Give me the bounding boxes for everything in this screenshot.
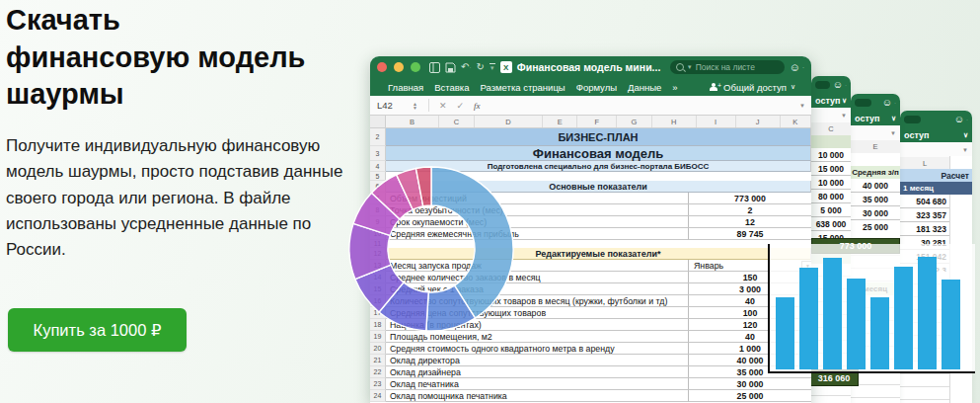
search-pill-fragment: [815, 81, 830, 89]
chevron-down-icon: ∨: [791, 83, 795, 91]
column-header[interactable]: K: [781, 116, 811, 127]
label-cell[interactable]: Оклад директора: [386, 355, 689, 366]
ribbon-tab[interactable]: Вставка: [434, 82, 469, 93]
column-header[interactable]: J: [736, 116, 781, 127]
search-placeholder: Поиск на листе: [696, 62, 755, 72]
sheet-row[interactable]: 22Оклад дизайнера35 000: [370, 366, 811, 378]
select-all-corner[interactable]: [370, 116, 386, 127]
value-cell[interactable]: 40 000: [851, 179, 900, 193]
redo-icon[interactable]: ↻: [476, 62, 484, 72]
dropdown-icon[interactable]: ▼: [962, 147, 968, 153]
value-cell[interactable]: 773 000: [689, 193, 811, 204]
row-header[interactable]: 22: [370, 366, 386, 378]
ribbon-tab[interactable]: Формулы: [576, 82, 617, 93]
divider: [428, 99, 429, 112]
calc-header-cell[interactable]: Расчет: [900, 169, 972, 182]
value-cell[interactable]: 30 000: [689, 378, 811, 390]
value-cell[interactable]: 30 000: [851, 206, 900, 220]
row-header[interactable]: 2: [370, 128, 386, 146]
sheet-row[interactable]: 24Оклад помощника печатника25 000: [370, 390, 811, 402]
label-cell[interactable]: Оклад помощника печатника: [386, 390, 689, 402]
row-header[interactable]: 24: [370, 390, 386, 402]
value-cell[interactable]: 638 000: [811, 217, 851, 231]
formula-dropdown-icon[interactable]: ▼: [799, 103, 805, 109]
value-cell[interactable]: 80 000: [811, 190, 851, 203]
merged-header-cell[interactable]: Финансовая модель: [386, 146, 811, 161]
value-cell[interactable]: 35 000: [851, 193, 900, 206]
value-cell[interactable]: 504 680: [900, 195, 949, 208]
column-header[interactable]: G: [617, 116, 651, 127]
value-cell[interactable]: 25 000: [689, 390, 811, 402]
value-cell[interactable]: 89 745: [689, 228, 811, 240]
insert-function-icon[interactable]: fx: [474, 101, 481, 111]
value-cell[interactable]: 2: [689, 204, 811, 216]
sheet-row[interactable]: 21Оклад директора40 000: [370, 355, 811, 366]
row-header[interactable]: 20: [370, 343, 386, 355]
value-cell[interactable]: 10 000: [811, 176, 851, 190]
column-header[interactable]: I: [697, 116, 736, 127]
sheet-row[interactable]: 20Средняя стоимость одного квадратного м…: [370, 343, 811, 355]
row-header[interactable]: 21: [370, 355, 386, 366]
month-header-cell[interactable]: 1 месяц: [900, 182, 972, 195]
back1-column-header[interactable]: C: [811, 122, 851, 136]
value-cell[interactable]: 15 000: [811, 162, 851, 176]
close-window-icon[interactable]: [377, 62, 387, 72]
zoom-window-icon[interactable]: [411, 62, 420, 72]
feedback-smiley-icon[interactable]: ☺·: [882, 97, 896, 108]
buy-button[interactable]: Купить за 1000 ₽: [8, 308, 187, 352]
column-header[interactable]: C: [439, 116, 474, 127]
sheet-row[interactable]: 23Оклад печатника30 000: [370, 378, 811, 390]
sheet-row[interactable]: 3Финансовая модель: [370, 146, 811, 161]
back1-values[interactable]: 10 00015 00010 00080 0005 000638 00015 0…: [811, 148, 851, 245]
row-header[interactable]: 3: [370, 146, 386, 161]
value-cell[interactable]: 12: [689, 216, 811, 228]
confirm-entry-icon[interactable]: ✓: [457, 101, 465, 111]
minimize-window-icon[interactable]: [394, 62, 404, 72]
value-cell[interactable]: 181 323: [900, 222, 949, 236]
cancel-entry-icon[interactable]: ✕: [439, 101, 447, 111]
feedback-smiley-icon[interactable]: ☺·: [833, 79, 847, 90]
view-switch-icon[interactable]: [429, 62, 440, 73]
bar: [870, 297, 889, 369]
page-description: Получите индивидуальную финансовую модел…: [6, 133, 353, 264]
chevron-down-icon: ∨: [963, 131, 968, 139]
bar: [847, 279, 866, 369]
bar: [942, 280, 960, 369]
back2-column-header[interactable]: E: [851, 140, 900, 154]
feedback-smiley-icon[interactable]: ☺·: [790, 61, 804, 73]
ribbon-tab[interactable]: Главная: [388, 82, 423, 93]
column-headers[interactable]: BCDEFGHIJK: [370, 116, 811, 128]
column-header[interactable]: H: [652, 116, 697, 127]
undo-icon[interactable]: ↶·: [461, 62, 471, 72]
merged-header-cell[interactable]: БИЗНЕС-ПЛАН: [386, 128, 811, 146]
feedback-smiley-icon[interactable]: ☺·: [954, 114, 968, 124]
salary-header-cell[interactable]: Средняя з/п: [851, 166, 900, 180]
sheet-row[interactable]: 2БИЗНЕС-ПЛАН: [370, 128, 811, 146]
column-header[interactable]: F: [577, 116, 617, 127]
name-box-spinner[interactable]: ▲▼: [413, 102, 417, 110]
column-header[interactable]: D: [475, 116, 543, 127]
column-header[interactable]: B: [386, 116, 440, 127]
ribbon-tab[interactable]: Разметка страницы: [480, 82, 565, 93]
name-box[interactable]: L42: [370, 100, 413, 111]
value-cell[interactable]: 10 000: [811, 148, 851, 162]
window-controls[interactable]: [377, 62, 420, 72]
ribbon-collapse-icon[interactable]: ▼: [490, 63, 495, 71]
label-cell[interactable]: Оклад дизайнера: [386, 366, 689, 378]
value-cell[interactable]: 323 357: [900, 208, 949, 222]
back2-values[interactable]: 40 00035 00030 00025 000: [851, 179, 900, 234]
label-cell[interactable]: Средняя стоимость одного квадратного мет…: [386, 343, 689, 355]
label-cell[interactable]: Оклад печатника: [386, 378, 689, 390]
ribbon-tab[interactable]: Данные: [628, 82, 661, 93]
share-button[interactable]: + Общий доступ ∨: [710, 82, 795, 93]
share-label-fragment: оступ: [904, 130, 929, 140]
sheet-search-input[interactable]: ▼ Поиск на листе: [670, 60, 785, 74]
dropdown-icon[interactable]: ▼: [890, 130, 896, 136]
value-cell[interactable]: 5 000: [811, 203, 851, 217]
save-icon[interactable]: [445, 62, 456, 73]
donut-chart: [346, 164, 516, 334]
column-header[interactable]: E: [543, 116, 577, 127]
dropdown-icon[interactable]: ▼: [841, 113, 847, 119]
row-header[interactable]: 23: [370, 378, 386, 390]
ribbon-tab[interactable]: »: [672, 82, 677, 93]
